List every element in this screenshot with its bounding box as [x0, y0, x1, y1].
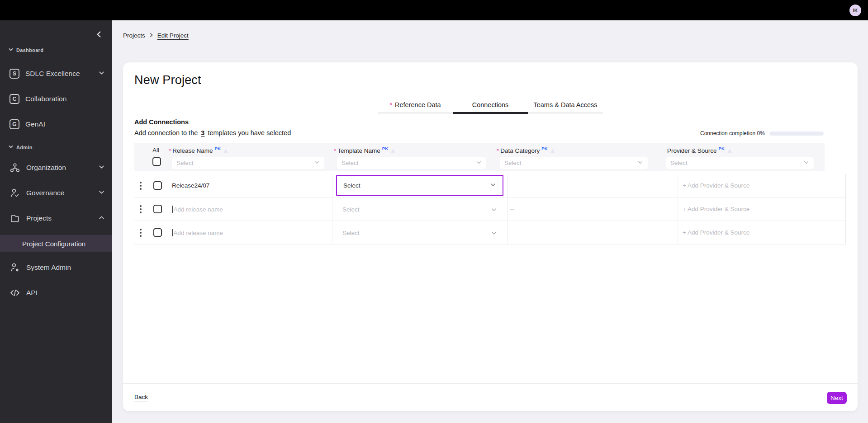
column-header-provider-source: Provider & Source PK: [667, 147, 732, 154]
data-category-value: --: [510, 197, 514, 221]
sidebar-group-admin[interactable]: Admin: [9, 145, 33, 150]
breadcrumb: Projects Edit Project: [123, 32, 189, 39]
chevron-up-icon: [99, 214, 104, 222]
sidebar-collapse-button[interactable]: [93, 29, 105, 41]
footer-divider: [123, 383, 858, 384]
sidebar-group-dashboard[interactable]: Dashboard: [9, 47, 43, 53]
row-menu-icon[interactable]: [140, 205, 142, 207]
release-name-filter-select[interactable]: Select: [172, 157, 324, 169]
required-asterisk: *: [389, 101, 392, 108]
template-name-select[interactable]: Select: [342, 221, 360, 244]
back-button[interactable]: Back: [134, 394, 148, 400]
breadcrumb-projects-link[interactable]: Projects: [123, 32, 145, 39]
user-check-icon: [9, 188, 20, 198]
sidebar-item-projects[interactable]: Projects: [0, 208, 112, 228]
primary-key-badge: PK: [719, 146, 725, 151]
table-body: Release24/07 Select -- + Add Provider & …: [134, 174, 846, 244]
chevron-down-icon: [9, 145, 13, 150]
column-header-release-name: * Release Name PK: [169, 147, 228, 154]
page-title: New Project: [134, 73, 201, 87]
provider-source-filter-select[interactable]: Select: [666, 157, 814, 169]
new-project-card: New Project * Reference Data Connections…: [123, 62, 858, 411]
chevron-down-icon: [314, 160, 320, 167]
g-letter-icon: G: [9, 119, 19, 129]
sidebar-item-project-configuration[interactable]: Project Configuration: [0, 235, 112, 252]
connection-completion: Connection completion 0%: [700, 130, 824, 136]
template-name-filter-select[interactable]: Select: [337, 157, 486, 169]
template-name-select[interactable]: Select: [342, 197, 360, 221]
connections-table: All * Release Name PK * Template Name PK…: [134, 143, 846, 244]
table-header: All * Release Name PK * Template Name PK…: [134, 143, 825, 171]
column-header-template-name: * Template Name PK: [334, 147, 395, 154]
section-title: Add Connections: [134, 118, 189, 126]
row-checkbox[interactable]: [153, 205, 162, 213]
tab-connections[interactable]: Connections: [453, 97, 528, 113]
chevron-down-icon: [9, 47, 13, 53]
chevron-down-icon: [476, 160, 482, 167]
select-all-checkbox[interactable]: [152, 157, 161, 166]
chevron-left-icon: [95, 31, 103, 40]
table-row: Add release name Select -- + Add Provide…: [134, 197, 845, 221]
primary-key-badge: PK: [541, 146, 547, 151]
data-category-filter-select[interactable]: Select: [500, 157, 648, 169]
sidebar-item-api[interactable]: API: [0, 283, 112, 303]
select-all-label: All: [152, 147, 159, 154]
primary-key-badge: PK: [382, 146, 388, 151]
completion-label: Connection completion 0%: [700, 130, 765, 136]
chevron-right-icon: [149, 32, 154, 39]
data-category-value: --: [510, 174, 514, 197]
chevron-down-icon: [490, 182, 496, 189]
row-checkbox[interactable]: [153, 181, 162, 190]
completion-progress-bar: [769, 132, 824, 136]
sidebar-item-collaboration[interactable]: C Collaboration: [0, 89, 112, 109]
folder-icon: [9, 213, 20, 224]
sort-triangle-icon: [223, 149, 228, 153]
chevron-down-icon: [99, 70, 104, 78]
add-provider-source-button[interactable]: + Add Provider & Source: [683, 197, 749, 221]
sidebar-item-sdlc-excellence[interactable]: S SDLC Excellence: [0, 64, 112, 84]
row-menu-icon[interactable]: [140, 229, 142, 230]
user-gear-icon: [9, 262, 20, 273]
table-row: Release24/07 Select -- + Add Provider & …: [134, 174, 845, 197]
sidebar-item-system-admin[interactable]: System Admin: [0, 258, 112, 277]
row-checkbox[interactable]: [153, 228, 162, 237]
sidebar-item-governance[interactable]: Governance: [0, 183, 112, 203]
sort-triangle-icon: [727, 149, 732, 153]
chevron-down-icon: [99, 164, 104, 172]
release-name-input[interactable]: Add release name: [172, 197, 223, 221]
add-provider-source-button[interactable]: + Add Provider & Source: [683, 174, 749, 197]
required-asterisk: *: [334, 147, 336, 154]
sort-triangle-icon: [550, 149, 555, 153]
sidebar-item-organization[interactable]: Organization: [0, 158, 112, 178]
chevron-down-icon: [637, 160, 643, 167]
user-avatar[interactable]: IK: [849, 5, 861, 16]
column-header-data-category: * Data Category PK: [497, 147, 555, 154]
org-chart-icon: [9, 162, 20, 173]
tab-bar: * Reference Data Connections Teams & Dat…: [378, 97, 603, 113]
required-asterisk: *: [497, 147, 499, 154]
primary-key-badge: PK: [215, 146, 221, 151]
required-asterisk: *: [169, 147, 171, 154]
top-bar: IK: [0, 0, 868, 20]
sort-triangle-icon: [391, 149, 395, 153]
breadcrumb-edit-project[interactable]: Edit Project: [157, 32, 189, 39]
tab-reference-data[interactable]: * Reference Data: [378, 97, 453, 113]
chevron-down-icon: [491, 207, 497, 215]
chevron-down-icon: [803, 160, 809, 167]
tab-teams-data-access[interactable]: Teams & Data Access: [528, 97, 603, 113]
row-menu-icon[interactable]: [140, 182, 142, 183]
add-provider-source-button[interactable]: + Add Provider & Source: [683, 221, 749, 244]
sidebar-item-genai[interactable]: G GenAI: [0, 114, 112, 134]
sidebar: Dashboard S SDLC Excellence C Collaborat…: [0, 20, 112, 423]
code-icon: [9, 287, 20, 298]
text-caret: [172, 206, 173, 213]
template-count: 3: [201, 129, 204, 136]
next-button[interactable]: Next: [827, 392, 847, 404]
section-subtitle: Add connection to the 3 templates you ha…: [134, 129, 291, 136]
release-name-input[interactable]: Add release name: [172, 221, 223, 244]
c-letter-icon: C: [9, 94, 19, 104]
s-letter-icon: S: [9, 69, 19, 79]
template-name-select[interactable]: Select: [336, 175, 503, 196]
release-name-input[interactable]: Release24/07: [172, 174, 209, 197]
table-row: Add release name Select -- + Add Provide…: [134, 221, 845, 244]
